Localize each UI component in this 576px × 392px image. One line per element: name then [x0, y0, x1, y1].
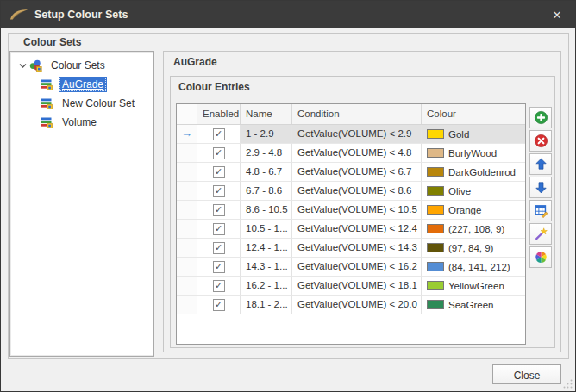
condition-cell[interactable]: GetValue(VOLUME) < 18.1: [292, 277, 422, 296]
enabled-cell[interactable]: ✓: [197, 182, 241, 201]
enabled-checkbox[interactable]: ✓: [213, 261, 225, 273]
enabled-cell[interactable]: ✓: [197, 239, 241, 258]
condition-cell[interactable]: GetValue(VOLUME) < 2.9: [292, 125, 422, 144]
colour-cell[interactable]: BurlyWood: [422, 144, 525, 163]
colour-scheme-button[interactable]: [529, 246, 552, 268]
table-row[interactable]: ✓16.2 - 1...GetValue(VOLUME) < 18.1Yello…: [177, 277, 525, 296]
colour-sets-tree: Colour Sets AuGradeNew Colour SetVolume: [9, 51, 154, 357]
condition-cell[interactable]: GetValue(VOLUME) < 20.0: [292, 296, 422, 314]
colour-sets-root-icon: [29, 59, 42, 72]
add-entry-button[interactable]: [529, 107, 552, 128]
enabled-cell[interactable]: ✓: [197, 201, 241, 220]
wizard-button[interactable]: [529, 223, 552, 245]
table-row[interactable]: ✓6.7 - 8.6GetValue(VOLUME) < 8.6Olive: [177, 182, 525, 201]
colour-cell[interactable]: Orange: [422, 201, 525, 220]
condition-cell[interactable]: GetValue(VOLUME) < 6.7: [292, 163, 422, 182]
window-close-icon[interactable]: ✕: [548, 9, 567, 22]
name-cell[interactable]: 12.4 - 1...: [241, 239, 292, 258]
enabled-checkbox[interactable]: ✓: [213, 223, 225, 235]
enabled-checkbox[interactable]: ✓: [213, 299, 225, 311]
tree-item-volume[interactable]: Volume: [10, 113, 153, 132]
column-header-condition[interactable]: Condition: [292, 104, 422, 124]
tree-item-label: New Colour Set: [59, 96, 138, 111]
move-up-button[interactable]: [529, 153, 552, 175]
enabled-cell[interactable]: ✓: [197, 125, 241, 144]
enabled-cell[interactable]: ✓: [197, 144, 241, 163]
colour-cell[interactable]: Gold: [422, 125, 525, 144]
enabled-cell[interactable]: ✓: [197, 163, 241, 182]
enabled-cell[interactable]: ✓: [197, 296, 241, 314]
colour-set-icon: [41, 116, 53, 128]
enabled-checkbox[interactable]: ✓: [213, 242, 225, 254]
column-header-colour[interactable]: Colour: [422, 104, 525, 124]
name-cell[interactable]: 2.9 - 4.8: [241, 144, 292, 163]
enabled-checkbox[interactable]: ✓: [213, 147, 225, 159]
name-cell[interactable]: 18.1 - 2...: [241, 296, 292, 314]
enabled-checkbox[interactable]: ✓: [213, 128, 225, 140]
table-row[interactable]: ✓2.9 - 4.8GetValue(VOLUME) < 4.8BurlyWoo…: [177, 144, 525, 163]
edit-table-button[interactable]: [529, 200, 552, 221]
plus-circle-icon: [534, 110, 548, 125]
entries-toolbar: [529, 107, 552, 268]
enabled-cell[interactable]: ✓: [197, 220, 241, 239]
colour-cell[interactable]: (84, 141, 212): [422, 258, 525, 277]
row-indicator: [177, 220, 197, 239]
enabled-checkbox[interactable]: ✓: [213, 204, 225, 216]
colour-label: BurlyWood: [448, 148, 497, 159]
augrade-caption: AuGrade: [173, 56, 217, 68]
setup-colour-sets-dialog: Setup Colour Sets ✕ Colour Sets Colour S…: [0, 0, 576, 392]
enabled-checkbox[interactable]: ✓: [213, 185, 225, 197]
table-row[interactable]: ✓4.8 - 6.7GetValue(VOLUME) < 6.7DarkGold…: [177, 163, 525, 182]
name-cell[interactable]: 10.5 - 1...: [241, 220, 292, 239]
table-row[interactable]: →✓1 - 2.9GetValue(VOLUME) < 2.9Gold: [177, 125, 525, 144]
magic-wand-icon: [534, 227, 548, 241]
delete-entry-button[interactable]: [529, 130, 552, 152]
colour-cell[interactable]: YellowGreen: [422, 277, 525, 296]
condition-cell[interactable]: GetValue(VOLUME) < 4.8: [292, 144, 422, 163]
row-indicator: [177, 296, 197, 314]
column-header-enabled[interactable]: Enabled: [197, 104, 241, 124]
column-header-name[interactable]: Name: [241, 104, 292, 124]
table-row[interactable]: ✓14.3 - 1...GetValue(VOLUME) < 16.2(84, …: [177, 258, 525, 277]
name-cell[interactable]: 16.2 - 1...: [241, 277, 292, 296]
close-button[interactable]: Close: [492, 364, 561, 384]
colour-cell[interactable]: Olive: [422, 182, 525, 201]
condition-cell[interactable]: GetValue(VOLUME) < 16.2: [292, 258, 422, 277]
colour-entries-caption: Colour Entries: [178, 81, 250, 93]
name-cell[interactable]: 4.8 - 6.7: [241, 163, 292, 182]
enabled-checkbox[interactable]: ✓: [213, 280, 225, 292]
name-cell[interactable]: 14.3 - 1...: [241, 258, 292, 277]
colour-set-icon: [41, 97, 53, 109]
condition-cell[interactable]: GetValue(VOLUME) < 10.5: [292, 201, 422, 220]
colour-swatch: [427, 186, 444, 196]
resize-grip[interactable]: [563, 379, 573, 389]
chevron-down-icon[interactable]: [19, 63, 29, 69]
table-row[interactable]: ✓12.4 - 1...GetValue(VOLUME) < 14.3(97, …: [177, 239, 525, 258]
enabled-checkbox[interactable]: ✓: [213, 166, 225, 178]
enabled-cell[interactable]: ✓: [197, 258, 241, 277]
table-row[interactable]: ✓10.5 - 1...GetValue(VOLUME) < 12.4(227,…: [177, 220, 525, 239]
row-indicator: [177, 258, 197, 277]
enabled-cell[interactable]: ✓: [197, 277, 241, 296]
name-cell[interactable]: 6.7 - 8.6: [241, 182, 292, 201]
colour-cell[interactable]: DarkGoldenrod: [422, 163, 525, 182]
table-row[interactable]: ✓18.1 - 2...GetValue(VOLUME) < 20.0SeaGr…: [177, 296, 525, 314]
colour-cell[interactable]: (97, 84, 9): [422, 239, 525, 258]
tree-item-new-colour-set[interactable]: New Colour Set: [10, 94, 153, 113]
tree-item-augrade[interactable]: AuGrade: [10, 75, 153, 94]
tree-item-colour-sets-root[interactable]: Colour Sets: [10, 56, 153, 75]
colour-set-icon: [41, 78, 53, 90]
name-cell[interactable]: 8.6 - 10.5: [241, 201, 292, 220]
condition-cell[interactable]: GetValue(VOLUME) < 14.3: [292, 239, 422, 258]
colour-swatch: [427, 129, 444, 139]
name-cell[interactable]: 1 - 2.9: [241, 125, 292, 144]
table-row[interactable]: ✓8.6 - 10.5GetValue(VOLUME) < 10.5Orange: [177, 201, 525, 220]
colour-swatch: [427, 300, 444, 309]
colour-cell[interactable]: SeaGreen: [422, 296, 525, 314]
arrow-up-icon: [534, 157, 548, 171]
move-down-button[interactable]: [529, 177, 552, 198]
colour-cell[interactable]: (227, 108, 9): [422, 220, 525, 239]
feather-app-icon: [9, 8, 28, 22]
condition-cell[interactable]: GetValue(VOLUME) < 12.4: [292, 220, 422, 239]
condition-cell[interactable]: GetValue(VOLUME) < 8.6: [292, 182, 422, 201]
